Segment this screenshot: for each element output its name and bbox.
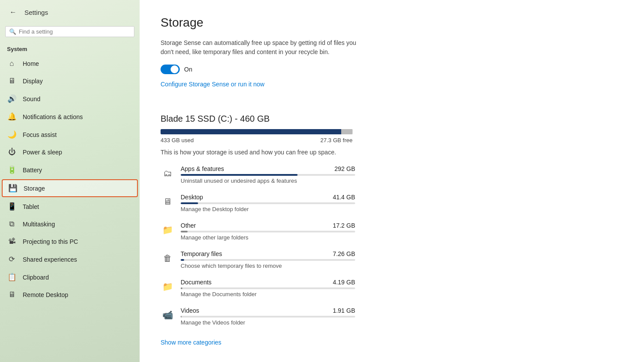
notifications-icon: 🔔: [7, 112, 17, 121]
apps-bar: [181, 174, 355, 176]
display-icon: 🖥: [7, 77, 17, 85]
multitasking-icon: ⧉: [7, 220, 17, 229]
sidebar-label-shared: Shared experiences: [23, 256, 77, 263]
main-content: Storage Storage Sense can automatically …: [140, 0, 644, 362]
sidebar-label-projecting: Projecting to this PC: [23, 238, 78, 245]
sidebar-item-projecting[interactable]: 📽 Projecting to this PC: [0, 233, 140, 250]
home-icon: ⌂: [7, 59, 17, 68]
storage-bar-free: [341, 129, 353, 134]
apps-icon: 🗂: [161, 166, 175, 180]
videos-size: 1.91 GB: [333, 307, 355, 314]
videos-icon: 📹: [161, 308, 175, 322]
category-item-temp[interactable]: 🗑 Temporary files 7.26 GB Choose which t…: [161, 250, 623, 269]
docs-info: Documents 4.19 GB Manage the Documents f…: [181, 279, 355, 297]
show-more-link[interactable]: Show more categories: [161, 339, 221, 346]
apps-header: Apps & features 292 GB: [181, 165, 355, 172]
sidebar-item-clipboard[interactable]: 📋 Clipboard: [0, 268, 140, 286]
projecting-icon: 📽: [7, 237, 17, 246]
sidebar-label-home: Home: [23, 60, 39, 67]
sidebar-label-power: Power & sleep: [23, 149, 62, 156]
used-label: 433 GB used: [161, 137, 194, 143]
temp-name: Temporary files: [181, 250, 222, 257]
battery-icon: 🔋: [7, 165, 17, 174]
sidebar-item-notifications[interactable]: 🔔 Notifications & actions: [0, 108, 140, 126]
storage-sense-description: Storage Sense can automatically free up …: [161, 38, 361, 57]
other-info: Other 17.2 GB Manage other large folders: [181, 222, 355, 241]
videos-bar: [181, 316, 355, 318]
desktop-icon: 🖥: [161, 195, 175, 208]
apps-size: 292 GB: [335, 165, 355, 172]
docs-bar-fill: [181, 287, 182, 289]
toggle-label: On: [184, 66, 192, 73]
sidebar: ← Settings 🔍 System ⌂ Home 🖥 Display 🔊 S…: [0, 0, 140, 362]
sidebar-item-home[interactable]: ⌂ Home: [0, 55, 140, 72]
page-title: Storage: [161, 16, 623, 30]
search-input[interactable]: [19, 28, 130, 35]
sidebar-item-sound[interactable]: 🔊 Sound: [0, 90, 140, 108]
remote-icon: 🖥: [7, 290, 17, 299]
configure-link[interactable]: Configure Storage Sense or run it now: [161, 81, 264, 88]
categories-container: 🗂 Apps & features 292 GB Uninstall unuse…: [161, 165, 623, 326]
sidebar-label-tablet: Tablet: [23, 203, 39, 210]
storage-icon: 💾: [8, 184, 17, 193]
temp-info: Temporary files 7.26 GB Choose which tem…: [181, 250, 355, 269]
storage-stats: 433 GB used 27.3 GB free: [161, 137, 353, 143]
storage-sense-toggle[interactable]: [161, 65, 180, 74]
search-box[interactable]: 🔍: [5, 26, 134, 37]
sound-icon: 🔊: [7, 94, 17, 103]
other-header: Other 17.2 GB: [181, 222, 355, 229]
sidebar-item-shared[interactable]: ⟳ Shared experiences: [0, 250, 140, 268]
category-item-videos[interactable]: 📹 Videos 1.91 GB Manage the Videos folde…: [161, 307, 623, 326]
temp-bar: [181, 259, 355, 261]
desktop-info: Desktop 41.4 GB Manage the Desktop folde…: [181, 194, 355, 212]
docs-sub: Manage the Documents folder: [181, 291, 355, 297]
sidebar-item-battery[interactable]: 🔋 Battery: [0, 161, 140, 179]
storage-bar: [161, 129, 353, 134]
sidebar-app-title: Settings: [24, 9, 48, 16]
sidebar-label-focus: Focus assist: [23, 131, 57, 138]
temp-sub: Choose which temporary files to remove: [181, 263, 355, 269]
temp-header: Temporary files 7.26 GB: [181, 250, 355, 257]
sidebar-label-sound: Sound: [23, 96, 40, 102]
category-item-apps[interactable]: 🗂 Apps & features 292 GB Uninstall unuse…: [161, 165, 623, 184]
desktop-bar-fill: [181, 202, 198, 204]
category-item-docs[interactable]: 📁 Documents 4.19 GB Manage the Documents…: [161, 279, 623, 297]
storage-description: This is how your storage is used and how…: [161, 149, 623, 156]
other-sub: Manage other large folders: [181, 234, 355, 241]
sidebar-item-remote[interactable]: 🖥 Remote Desktop: [0, 286, 140, 304]
sidebar-item-storage[interactable]: 💾 Storage: [2, 179, 138, 197]
videos-sub: Manage the Videos folder: [181, 319, 355, 326]
videos-header: Videos 1.91 GB: [181, 307, 355, 314]
apps-info: Apps & features 292 GB Uninstall unused …: [181, 165, 355, 184]
other-bar-fill: [181, 231, 188, 232]
category-item-desktop[interactable]: 🖥 Desktop 41.4 GB Manage the Desktop fol…: [161, 194, 623, 212]
sidebar-label-storage: Storage: [24, 185, 45, 192]
drive-title: Blade 15 SSD (C:) - 460 GB: [161, 114, 623, 124]
other-icon: 📁: [161, 223, 175, 237]
sidebar-label-multitasking: Multitasking: [23, 221, 55, 228]
desktop-header: Desktop 41.4 GB: [181, 194, 355, 201]
system-label: System: [0, 42, 140, 55]
category-item-other[interactable]: 📁 Other 17.2 GB Manage other large folde…: [161, 222, 623, 241]
desktop-name: Desktop: [181, 194, 203, 201]
sidebar-header: ← Settings: [0, 0, 140, 24]
temp-size: 7.26 GB: [333, 250, 355, 257]
sidebar-item-focus[interactable]: 🌙 Focus assist: [0, 126, 140, 143]
sidebar-label-battery: Battery: [23, 167, 42, 174]
nav-container: ⌂ Home 🖥 Display 🔊 Sound 🔔 Notifications…: [0, 55, 140, 304]
sidebar-item-power[interactable]: ⏻ Power & sleep: [0, 143, 140, 161]
docs-name: Documents: [181, 279, 212, 286]
desktop-size: 41.4 GB: [333, 194, 355, 201]
back-button[interactable]: ←: [7, 6, 19, 18]
power-icon: ⏻: [7, 148, 17, 157]
videos-bar-fill: [181, 316, 182, 318]
storage-bar-used: [161, 129, 341, 134]
shared-icon: ⟳: [7, 255, 17, 264]
sidebar-item-tablet[interactable]: 📱 Tablet: [0, 198, 140, 215]
storage-sense-toggle-row: On: [161, 65, 623, 74]
sidebar-item-display[interactable]: 🖥 Display: [0, 72, 140, 90]
sidebar-item-multitasking[interactable]: ⧉ Multitasking: [0, 215, 140, 233]
sidebar-label-display: Display: [23, 78, 43, 85]
other-size: 17.2 GB: [333, 222, 355, 229]
other-bar: [181, 231, 355, 232]
